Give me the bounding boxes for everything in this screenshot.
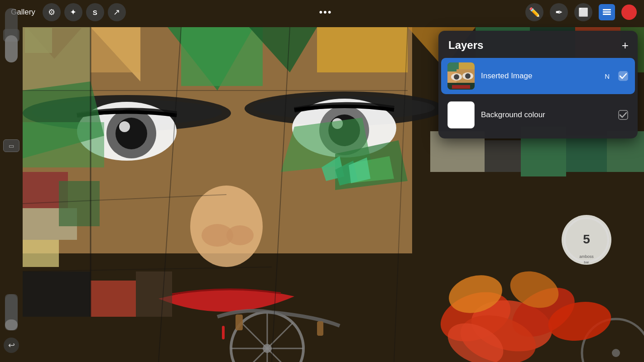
color-picker-button[interactable] xyxy=(621,5,637,20)
top-bar-right: ✏️ ✒ ⬜ xyxy=(525,3,637,21)
layers-stack-icon xyxy=(602,7,612,17)
layer-mode-badge: N xyxy=(605,72,610,80)
svg-point-51 xyxy=(612,349,620,357)
transform-side-button[interactable]: ▭ xyxy=(3,139,19,152)
top-bar-center: ••• xyxy=(319,6,332,18)
more-options-button[interactable]: ••• xyxy=(319,6,332,18)
svg-text:amboss: amboss xyxy=(579,254,594,259)
svg-point-92 xyxy=(465,73,471,79)
transform-button[interactable]: ↗ xyxy=(108,3,126,21)
svg-rect-70 xyxy=(59,181,100,226)
background-white-preview xyxy=(447,101,475,129)
layer-thumbnail-inserted-image xyxy=(447,62,475,90)
transform-icon: ↗ xyxy=(113,7,120,17)
svg-rect-71 xyxy=(23,272,91,317)
layer-name-inserted-image: Inserted Image xyxy=(481,71,598,81)
svg-rect-94 xyxy=(452,85,470,89)
svg-rect-69 xyxy=(23,240,59,267)
opacity-slider[interactable] xyxy=(3,29,19,42)
layer-item-background-colour[interactable]: Background colour xyxy=(441,97,635,133)
layers-panel: Layers + Inserted Image N xyxy=(438,31,638,138)
magic-icon: ✦ xyxy=(70,7,77,17)
svg-rect-40 xyxy=(485,140,521,172)
layer-item-inserted-image[interactable]: Inserted Image N xyxy=(441,58,635,94)
svg-rect-81 xyxy=(603,14,611,15)
layer-name-background-colour: Background colour xyxy=(481,110,611,119)
selection-icon: S xyxy=(93,9,97,16)
top-bar-left: Gallery ⚙ ✦ S ↗ xyxy=(7,3,126,21)
svg-rect-86 xyxy=(459,62,475,69)
eraser-icon: ⬜ xyxy=(578,7,588,17)
top-bar: Gallery ⚙ ✦ S ↗ ••• ✏️ ✒ ⬜ xyxy=(0,0,644,24)
svg-rect-42 xyxy=(566,136,607,172)
svg-rect-10 xyxy=(317,27,408,72)
svg-rect-83 xyxy=(603,9,611,10)
transform-side-icon: ▭ xyxy=(9,143,14,149)
checkbox-checked-icon xyxy=(618,71,628,81)
layer-visibility-inserted-image[interactable] xyxy=(618,71,629,81)
add-layer-button[interactable]: + xyxy=(622,39,629,51)
magic-button[interactable]: ✦ xyxy=(64,3,82,21)
layer-info-background-colour: Background colour xyxy=(481,110,611,119)
svg-text:bar: bar xyxy=(584,260,589,264)
svg-rect-38 xyxy=(222,326,225,339)
svg-rect-8 xyxy=(181,27,263,86)
layer-thumbnail-background-colour xyxy=(447,101,475,129)
layer-visibility-background-colour[interactable] xyxy=(618,110,629,120)
layers-title: Layers xyxy=(448,39,483,52)
brush-button[interactable]: ✏️ xyxy=(525,3,543,21)
svg-point-22 xyxy=(115,118,147,149)
svg-point-23 xyxy=(119,121,130,132)
checkbox-checked-gray-icon xyxy=(618,110,628,120)
wrench-icon: ⚙ xyxy=(48,7,55,17)
eraser-button[interactable]: ⬜ xyxy=(574,3,592,21)
undo-icon: ↩ xyxy=(8,340,15,350)
svg-rect-72 xyxy=(91,281,136,317)
dots-icon: ••• xyxy=(319,6,332,18)
layers-header: Layers + xyxy=(438,31,638,58)
undo-button[interactable]: ↩ xyxy=(4,338,19,353)
smudge-button[interactable]: ✒ xyxy=(550,3,568,21)
svg-rect-28 xyxy=(23,122,104,167)
svg-text:5: 5 xyxy=(583,232,590,246)
left-toolbar: ▭ ↩ xyxy=(0,24,23,362)
brush-icon: ✏️ xyxy=(529,7,540,18)
wrench-button[interactable]: ⚙ xyxy=(43,3,61,21)
layer-info-inserted-image: Inserted Image xyxy=(481,71,598,81)
svg-point-90 xyxy=(454,74,459,80)
selection-button[interactable]: S xyxy=(86,3,104,21)
svg-rect-53 xyxy=(317,321,323,336)
size-slider[interactable] xyxy=(5,294,18,330)
svg-rect-73 xyxy=(136,272,172,317)
layers-button[interactable] xyxy=(599,4,615,20)
svg-point-37 xyxy=(226,225,254,245)
svg-rect-52 xyxy=(235,314,243,330)
panel-bottom-padding xyxy=(438,135,638,138)
svg-rect-82 xyxy=(603,11,611,13)
smudge-icon: ✒ xyxy=(555,7,563,18)
